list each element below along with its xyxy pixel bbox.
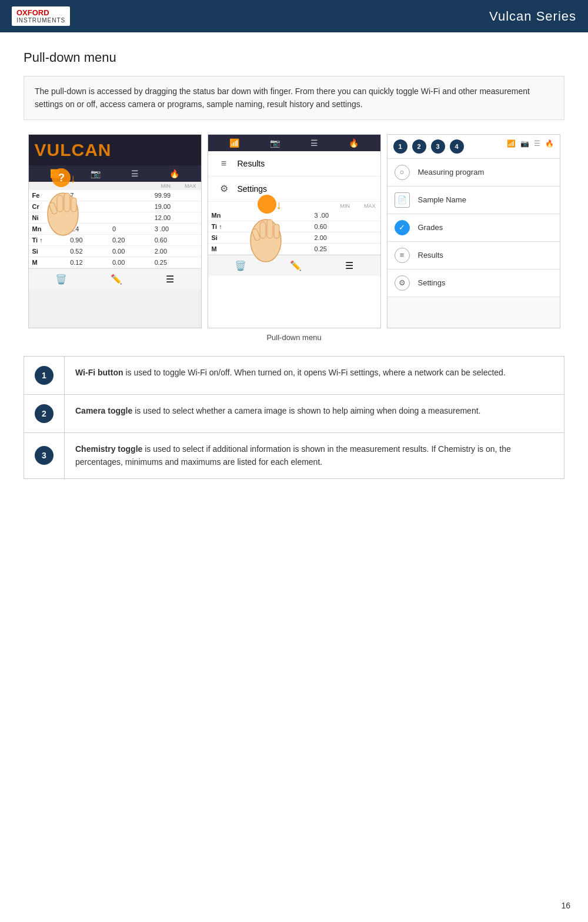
gesture-overlay-2: ↓ bbox=[243, 194, 296, 272]
info-section: 1 Wi-Fi button is used to toggle Wi-Fi o… bbox=[24, 356, 564, 479]
menu-status-icon: ☰ bbox=[131, 169, 139, 178]
info-badge-1: 1 bbox=[24, 356, 65, 394]
panel3-badges-row: 1 2 3 4 📶 📷 ☰ 🔥 bbox=[387, 135, 560, 159]
settings-label: Settings bbox=[238, 184, 268, 194]
badge-1: 1 bbox=[393, 139, 407, 154]
device-title: VULCAN bbox=[35, 140, 112, 160]
panel1-title-bar: VULCAN bbox=[29, 135, 201, 165]
table-row: Si0.520.002.00 bbox=[29, 245, 201, 257]
info-content-3: Chemistry toggle is used to select if ad… bbox=[65, 432, 564, 478]
camera-icon-p2: 📷 bbox=[270, 138, 280, 148]
badge-4: 4 bbox=[450, 139, 464, 154]
settings-item-p3: ⚙ Settings bbox=[387, 269, 560, 297]
intro-text: The pull-down is accessed by dragging th… bbox=[24, 76, 564, 120]
svg-rect-12 bbox=[267, 219, 273, 238]
panel1-screenshot: VULCAN 📶 📷 ☰ 🔥 MIN MAX Fe799.99 Cr19.00 … bbox=[28, 134, 202, 328]
instruments-logo-text: INSTRUMENTS bbox=[16, 17, 65, 24]
info-row-1: 1 Wi-Fi button is used to toggle Wi-Fi o… bbox=[24, 356, 564, 394]
oxford-logo-text: OXFORD bbox=[16, 9, 65, 17]
wifi-icon-p3: 📶 bbox=[507, 139, 516, 154]
svg-rect-4 bbox=[57, 195, 63, 212]
header: OXFORD INSTRUMENTS Vulcan Series bbox=[0, 0, 588, 32]
wifi-icon-p2: 📶 bbox=[229, 138, 239, 148]
results-label: Results bbox=[238, 159, 265, 168]
badge-3: 3 bbox=[431, 139, 445, 154]
info-desc-2: is used to select whether a camera image… bbox=[132, 406, 480, 415]
svg-rect-11 bbox=[260, 222, 266, 238]
grades-item: ✓ Grades bbox=[387, 214, 560, 242]
flame-icon-p3: 🔥 bbox=[545, 139, 554, 154]
sample-name-item: 📄 Sample Name bbox=[387, 187, 560, 214]
trash-icon: 🗑️ bbox=[55, 274, 67, 285]
p2-min-header: MIN bbox=[340, 203, 350, 209]
flame-icon-p2: 🔥 bbox=[349, 138, 359, 148]
settings-icon: ⚙ bbox=[218, 182, 230, 195]
min-header: MIN bbox=[161, 183, 171, 189]
sample-name-icon: 📄 bbox=[395, 192, 410, 208]
svg-rect-5 bbox=[64, 193, 70, 212]
svg-rect-6 bbox=[71, 198, 76, 212]
max-header: MAX bbox=[185, 183, 196, 189]
info-term-3: Chemistry toggle bbox=[75, 444, 142, 454]
num-circle-2: 2 bbox=[35, 404, 54, 423]
panel2-screenshot: 📶 📷 ☰ 🔥 ≡ Results ⚙ Settings MIN MAX bbox=[208, 134, 381, 328]
svg-point-8 bbox=[258, 195, 276, 214]
header-title: Vulcan Series bbox=[489, 9, 576, 24]
screenshots-caption: Pull-down menu bbox=[24, 333, 564, 342]
page-number: 16 bbox=[561, 901, 570, 910]
menu-icon-p3: ☰ bbox=[534, 139, 540, 154]
info-table: 1 Wi-Fi button is used to toggle Wi-Fi o… bbox=[24, 356, 564, 479]
results-menu-item: ≡ Results bbox=[208, 151, 380, 177]
grades-label: Grades bbox=[418, 223, 443, 232]
main-content: Pull-down menu The pull-down is accessed… bbox=[0, 32, 588, 502]
info-row-3: 3 Chemistry toggle is used to select if … bbox=[24, 432, 564, 478]
sample-name-label: Sample Name bbox=[418, 195, 466, 204]
menu-icon-p2: ☰ bbox=[310, 138, 318, 148]
hand-gesture-svg: ? ↓ bbox=[41, 167, 93, 244]
panel2-status-bar: 📶 📷 ☰ 🔥 bbox=[208, 135, 380, 151]
results-icon: ≡ bbox=[218, 157, 230, 170]
num-circle-3: 3 bbox=[35, 446, 54, 465]
logo-box: OXFORD INSTRUMENTS bbox=[12, 6, 70, 26]
hand-gesture-svg-2: ↓ bbox=[243, 194, 296, 270]
info-badge-3: 3 bbox=[24, 432, 65, 478]
panel3-screenshot: 1 2 3 4 📶 📷 ☰ 🔥 ○ Measuring program 📄 Sa… bbox=[387, 134, 560, 328]
badge-2: 2 bbox=[412, 139, 426, 154]
info-desc-1: is used to toggle Wi-Fi on/off. When tur… bbox=[123, 368, 506, 377]
results-item-p3: ≡ Results bbox=[387, 242, 560, 269]
measuring-program-label: Measuring program bbox=[418, 168, 485, 177]
info-content-1: Wi-Fi button is used to toggle Wi-Fi on/… bbox=[65, 356, 564, 394]
svg-text:↓: ↓ bbox=[276, 198, 282, 211]
svg-text:?: ? bbox=[58, 172, 65, 184]
page-heading: Pull-down menu bbox=[24, 50, 564, 65]
panel1-bottom-bar: 🗑️ ✏️ ☰ bbox=[29, 268, 201, 289]
measuring-program-item: ○ Measuring program bbox=[387, 159, 560, 187]
num-circle-1: 1 bbox=[35, 366, 54, 385]
svg-rect-13 bbox=[274, 224, 279, 238]
info-term-1: Wi-Fi button bbox=[75, 368, 123, 377]
info-content-2: Camera toggle is used to select whether … bbox=[65, 394, 564, 432]
logo-area: OXFORD INSTRUMENTS bbox=[12, 6, 70, 26]
edit-icon: ✏️ bbox=[111, 274, 122, 285]
results-icon-p3: ≡ bbox=[395, 248, 410, 263]
gesture-overlay-1: ? ↓ bbox=[41, 167, 93, 246]
svg-text:↓: ↓ bbox=[70, 172, 76, 185]
list-icon-p2: ☰ bbox=[345, 260, 353, 271]
info-row-2: 2 Camera toggle is used to select whethe… bbox=[24, 394, 564, 432]
info-term-2: Camera toggle bbox=[75, 406, 132, 415]
table-row: M0.120.000.25 bbox=[29, 257, 201, 268]
p2-max-header: MAX bbox=[364, 203, 376, 209]
settings-label-p3: Settings bbox=[418, 278, 446, 287]
camera-icon-p3: 📷 bbox=[520, 139, 529, 154]
measuring-program-icon: ○ bbox=[395, 165, 410, 180]
flame-status-icon: 🔥 bbox=[169, 169, 179, 178]
list-icon: ☰ bbox=[166, 274, 174, 285]
settings-icon-p3: ⚙ bbox=[395, 275, 410, 291]
grades-icon: ✓ bbox=[395, 220, 410, 235]
results-label-p3: Results bbox=[418, 251, 443, 259]
panel1-content: VULCAN 📶 📷 ☰ 🔥 MIN MAX Fe799.99 Cr19.00 … bbox=[29, 135, 201, 289]
screenshots-row: VULCAN 📶 📷 ☰ 🔥 MIN MAX Fe799.99 Cr19.00 … bbox=[24, 134, 564, 328]
info-badge-2: 2 bbox=[24, 394, 65, 432]
